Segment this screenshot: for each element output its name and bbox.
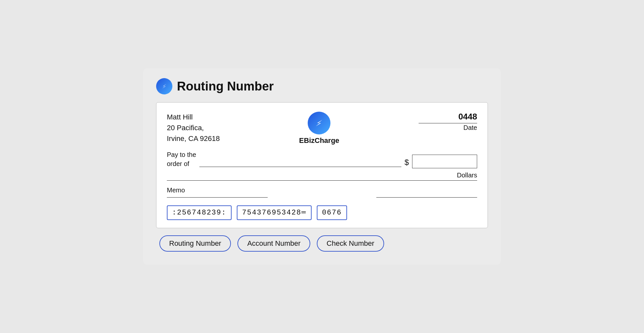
micr-account-box: 754376953428═: [237, 205, 312, 220]
date-line: [419, 123, 477, 123]
date-label: Date: [419, 124, 477, 132]
brand-logo-icon: [308, 112, 330, 134]
page-title-row: Routing Number: [156, 78, 488, 94]
pay-to-label: Pay to theorder of: [167, 150, 196, 168]
amount-input-box[interactable]: [412, 155, 477, 168]
account-holder-name: Matt Hill: [167, 112, 220, 122]
check-number: 0448: [419, 112, 477, 122]
svg-marker-0: [162, 84, 166, 89]
brand-name: EBizCharge: [299, 136, 339, 145]
page-wrapper: Routing Number Matt Hill 20 Pacifica, Ir…: [143, 68, 501, 265]
dollar-sign: $: [405, 158, 409, 167]
address-line2: Irvine, CA 92618: [167, 133, 220, 144]
memo-label: Memo: [167, 187, 268, 194]
memo-line: [167, 197, 268, 198]
page-title: Routing Number: [177, 79, 274, 93]
memo-left: Memo: [167, 187, 268, 198]
address-line1: 20 Pacifica,: [167, 122, 220, 133]
check-logo-area: EBizCharge: [299, 112, 339, 145]
check-number-date: 0448 Date: [419, 112, 477, 132]
check-top-row: Matt Hill 20 Pacifica, Irvine, CA 92618 …: [167, 112, 477, 145]
memo-row: Memo: [167, 187, 477, 198]
pay-to-row: Pay to theorder of $: [167, 150, 477, 168]
account-number-label: Account Number: [237, 235, 310, 252]
routing-number-label: Routing Number: [159, 235, 231, 252]
signature-line: [376, 197, 477, 198]
micr-routing-box: :256748239:: [167, 205, 232, 220]
check-address: Matt Hill 20 Pacifica, Irvine, CA 92618: [167, 112, 220, 144]
written-amount-row: Dollars: [167, 172, 477, 181]
micr-check-box: 0676: [317, 205, 347, 220]
labels-row: Routing Number Account Number Check Numb…: [156, 235, 488, 252]
title-logo-icon: [156, 78, 172, 94]
check-number-label: Check Number: [317, 235, 384, 252]
svg-marker-1: [316, 120, 322, 126]
dollars-label: Dollars: [457, 172, 477, 179]
micr-row: :256748239: 754376953428═ 0676: [167, 205, 477, 220]
pay-to-line: [199, 167, 401, 167]
check-body: Matt Hill 20 Pacifica, Irvine, CA 92618 …: [156, 102, 488, 228]
